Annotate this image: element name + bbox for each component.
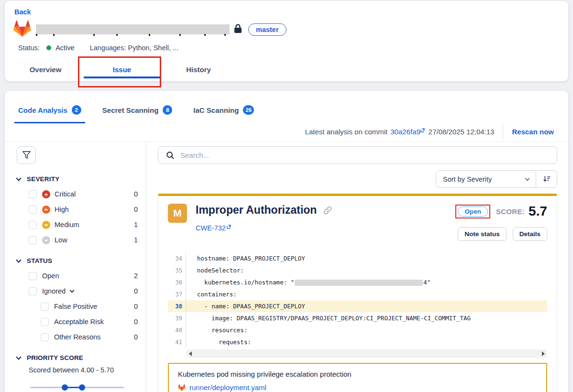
status-section-header[interactable]: STATUS [17, 257, 146, 264]
ignored-label: Ignored [42, 287, 66, 295]
sort-direction-button[interactable] [536, 171, 557, 187]
chevron-down-icon[interactable] [70, 288, 75, 293]
priority-score-slider[interactable] [30, 384, 124, 391]
chevron-down-icon [16, 175, 21, 181]
high-count: 0 [134, 206, 138, 213]
line-text: image: DPAAS_REGISTRY/DPAAS_PROJECT_DEPL… [186, 315, 471, 322]
search-box [158, 146, 557, 164]
project-name-redacted [36, 24, 230, 34]
active-subtab-underline [14, 122, 85, 124]
critical-checkbox[interactable] [29, 190, 37, 198]
issues-panel-card: Code Analysis 2 Secret Scanning 8 IaC Sc… [5, 91, 568, 392]
status-badge-open[interactable]: Open [458, 207, 488, 217]
acceptable-risk-checkbox[interactable] [41, 318, 49, 326]
priority-score-section-header[interactable]: PRIORITY SCORE [17, 354, 146, 361]
search-input[interactable] [180, 151, 557, 159]
tab-iac-scanning-label: IaC Scanning [193, 106, 239, 114]
sort-controls: Sort by Severity [436, 170, 557, 188]
tab-code-analysis[interactable]: Code Analysis 2 [18, 105, 81, 123]
permalink-icon[interactable] [323, 206, 332, 215]
severity-high-icon [42, 206, 50, 214]
project-title-row: master [13, 20, 286, 39]
medium-count: 1 [134, 221, 138, 229]
line-text: - name: DPAAS_PROJECT_DEPLOY [186, 303, 305, 310]
other-reasons-label: Other Reasons [54, 333, 101, 341]
filter-row-low: Low 1 [29, 232, 138, 248]
external-link-icon [420, 128, 425, 132]
tab-secret-scanning[interactable]: Secret Scanning 8 [102, 105, 173, 123]
analysis-datetime: 27/08/2025 12:04:13 [429, 128, 495, 136]
code-line: 36 kubernetes.io/hostname: "4" [168, 276, 547, 288]
code-line-highlighted: 38 - name: DPAAS_PROJECT_DEPLOY [168, 300, 547, 312]
chevron-down-icon [16, 354, 21, 359]
priority-score-section-title: PRIORITY SCORE [27, 354, 83, 361]
commit-hash: 30a26fa9 [390, 128, 420, 136]
code-line: 35 nodeSelector: [168, 264, 547, 276]
sort-by-dropdown[interactable]: Sort by Severity [436, 171, 536, 187]
details-button[interactable]: Details [513, 227, 547, 241]
line-text: hostname: DPAAS_PROJECT_DEPLOY [186, 255, 305, 262]
filter-button[interactable] [17, 146, 36, 164]
slider-handle-min[interactable] [62, 384, 68, 391]
slider-handle-max[interactable] [79, 384, 85, 391]
high-checkbox[interactable] [29, 206, 37, 214]
low-count: 1 [134, 236, 138, 244]
issues-list-area: Sort by Severity M [146, 142, 568, 392]
severity-low-icon [42, 236, 50, 244]
false-positive-checkbox[interactable] [41, 303, 49, 311]
tab-iac-scanning[interactable]: IaC Scanning 26 [193, 105, 254, 123]
critical-label: Critical [55, 190, 76, 198]
low-checkbox[interactable] [29, 236, 37, 244]
vulnerability-card: M Improper Authorization CWE-732 [158, 194, 557, 392]
finding-file-name: runner/deployment.yaml [189, 383, 266, 392]
search-icon [166, 151, 175, 160]
tab-overview[interactable]: Overview [7, 65, 84, 81]
vulnerability-title: Improper Authorization [196, 204, 317, 217]
other-reasons-checkbox[interactable] [41, 333, 49, 341]
medium-checkbox[interactable] [29, 221, 37, 229]
finding-box: Kubernetes pod missing privilege escalat… [168, 363, 547, 392]
tab-issue-label: Issue [113, 65, 131, 74]
scroll-right-arrow[interactable] [542, 351, 545, 356]
commit-link[interactable]: 30a26fa9 [390, 128, 425, 136]
finding-file-link[interactable]: runner/deployment.yaml [178, 383, 537, 392]
code-horizontal-scrollbar[interactable] [187, 349, 547, 358]
code-snippet: 34 hostname: DPAAS_PROJECT_DEPLOY 35 nod… [168, 252, 547, 358]
ignored-checkbox[interactable] [29, 287, 37, 295]
status-active-dot [46, 45, 51, 50]
line-number: 39 [168, 312, 186, 324]
cwe-id: CWE-732 [196, 224, 226, 232]
latest-analysis-row: Latest analysis on commit 30a26fa9 27/08… [305, 123, 554, 140]
line-text: kubernetes.io/hostname: "4" [186, 279, 430, 286]
filter-row-ignored: Ignored 0 [29, 283, 138, 299]
open-label: Open [42, 272, 59, 280]
tab-history[interactable]: History [160, 65, 237, 81]
secret-scanning-count-badge: 8 [163, 105, 172, 115]
tab-code-analysis-label: Code Analysis [18, 106, 67, 114]
severity-section-header[interactable]: SEVERITY [17, 175, 146, 183]
status-value: Active [55, 44, 75, 52]
score-label: SCORE: [496, 207, 525, 216]
line-number: 37 [168, 288, 186, 300]
priority-score-range-text: Scored between 4.00 - 5.70 [29, 366, 146, 374]
acceptable-risk-label: Acceptable Risk [54, 318, 104, 326]
branch-badge: master [248, 23, 286, 36]
score-value: 5.7 [529, 204, 547, 219]
note-status-button[interactable]: Note status [458, 227, 507, 241]
back-link[interactable]: Back [14, 8, 31, 16]
low-label: Low [55, 236, 67, 244]
tab-issue[interactable]: Issue [84, 65, 160, 81]
scroll-left-arrow[interactable] [189, 351, 192, 356]
iac-scanning-count-badge: 26 [243, 105, 254, 115]
tab-secret-scanning-label: Secret Scanning [102, 106, 159, 114]
rescan-now-button[interactable]: Rescan now [512, 128, 554, 136]
line-number: 40 [168, 324, 186, 336]
filter-row-high: High 0 [29, 202, 138, 217]
redacted-hostname [295, 280, 423, 286]
filter-row-acceptable-risk: Acceptable Risk 0 [41, 314, 138, 329]
open-checkbox[interactable] [29, 272, 37, 280]
cwe-link[interactable]: CWE-732 [196, 224, 231, 232]
filter-row-other-reasons: Other Reasons 0 [41, 329, 138, 345]
high-label: High [55, 206, 69, 213]
code-line: 39 image: DPAAS_REGISTRY/DPAAS_PROJECT_D… [168, 312, 547, 324]
